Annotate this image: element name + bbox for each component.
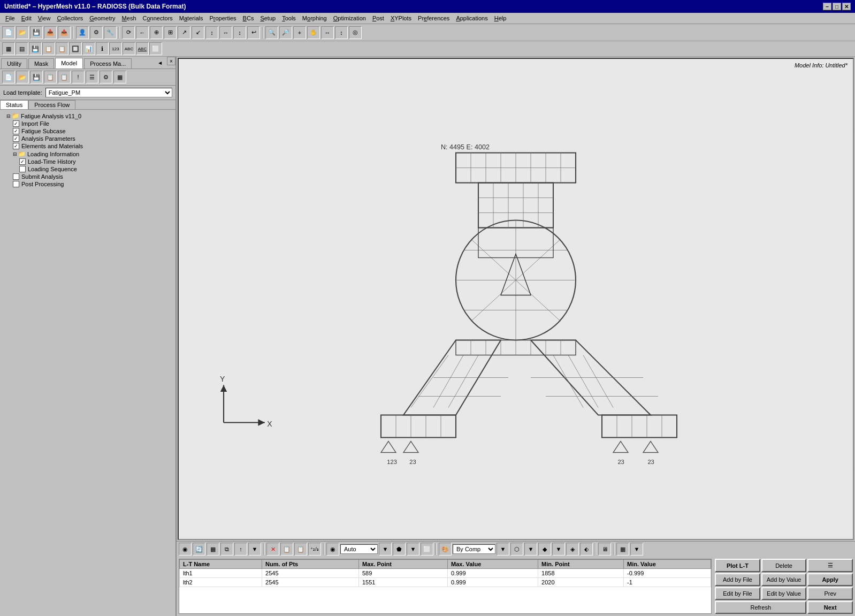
- vt-shape5[interactable]: ◈: [566, 543, 579, 556]
- tb-save[interactable]: 💾: [30, 26, 43, 39]
- cb-elements-materials[interactable]: [13, 143, 19, 149]
- menu-file[interactable]: File: [2, 14, 18, 22]
- tb-export[interactable]: 📤: [58, 26, 71, 39]
- vt-paste[interactable]: 📋: [294, 543, 307, 556]
- tb-r5[interactable]: ↕: [233, 26, 246, 39]
- tb2-5[interactable]: 📋: [56, 42, 68, 55]
- tree-loading-info[interactable]: ⊟ 📁 Loading Information: [2, 150, 173, 158]
- vt-rotate[interactable]: 🔄: [193, 543, 205, 556]
- tb-r6[interactable]: ↩: [247, 26, 260, 39]
- vt-drop3[interactable]: ▼: [497, 543, 509, 556]
- menu-post[interactable]: Post: [369, 14, 387, 22]
- tree-analysis-params[interactable]: Analysis Parameters: [2, 135, 173, 142]
- menu-bcs[interactable]: BCs: [240, 14, 257, 22]
- tb-axes[interactable]: ⊕: [150, 26, 163, 39]
- vt-diamond[interactable]: ◆: [538, 543, 551, 556]
- tb-zoom1[interactable]: 🔍: [265, 26, 278, 39]
- lt-warn[interactable]: !: [72, 71, 85, 83]
- vt-shape4[interactable]: ▼: [552, 543, 565, 556]
- tb-zoom3[interactable]: +: [293, 26, 306, 39]
- menu-properties[interactable]: Properties: [206, 14, 239, 22]
- vt-dropdown[interactable]: ▼: [248, 543, 261, 556]
- cb-submit-analysis[interactable]: [13, 173, 19, 180]
- menu-collectors[interactable]: Collectors: [54, 14, 86, 22]
- lt-gear[interactable]: ⚙: [100, 71, 112, 83]
- tree-import-file[interactable]: Import File: [2, 120, 173, 127]
- tree-root[interactable]: ⊟ 📁 Fatigue Analysis v11_0: [2, 112, 173, 120]
- tb-import[interactable]: 📥: [44, 26, 57, 39]
- tb-zoom2[interactable]: 🔎: [279, 26, 292, 39]
- tb2-12[interactable]: ⬜: [149, 42, 162, 55]
- tab-process[interactable]: Process Ma...: [84, 58, 132, 69]
- vt-cube[interactable]: ⬡: [510, 543, 523, 556]
- prev-button[interactable]: Prev: [807, 587, 853, 600]
- menu-xyplots[interactable]: XYPlots: [387, 14, 415, 22]
- vt-frac[interactable]: ⁺₂/₃: [308, 543, 321, 556]
- table-icon-btn[interactable]: ☰: [807, 559, 853, 572]
- tb-open[interactable]: 📂: [16, 26, 29, 39]
- tb-settings[interactable]: ⚙: [90, 26, 103, 39]
- tb-new[interactable]: 📄: [2, 26, 15, 39]
- tree-fatigue-subcase[interactable]: Fatigue Subcase: [2, 127, 173, 135]
- tb-arrow[interactable]: ↔: [321, 26, 334, 39]
- table-row[interactable]: lth1 2545 589 0.999 1858 -0.999: [180, 569, 711, 578]
- tb-axes2[interactable]: ⊞: [164, 26, 177, 39]
- edit-by-file-button[interactable]: Edit by File: [715, 587, 760, 600]
- tb2-6[interactable]: 🔲: [69, 42, 82, 55]
- tb-r2[interactable]: ↙: [192, 26, 204, 39]
- bycomp-select[interactable]: By Comp: [453, 544, 495, 554]
- cb-load-time-history[interactable]: [19, 158, 26, 165]
- menu-tools[interactable]: Tools: [279, 14, 299, 22]
- cb-loading-sequence[interactable]: [19, 166, 26, 172]
- menu-optimization[interactable]: Optimization: [330, 14, 369, 22]
- menu-applications[interactable]: Applications: [453, 14, 491, 22]
- edit-by-value-button[interactable]: Edit by Value: [761, 587, 807, 600]
- tb-r3[interactable]: ↕: [205, 26, 218, 39]
- close-btn[interactable]: ✕: [842, 3, 851, 10]
- lt-open[interactable]: 📂: [16, 71, 29, 83]
- vt-layers[interactable]: ⧉: [220, 543, 233, 556]
- vt-shape2[interactable]: ⬜: [421, 543, 433, 556]
- vt-drop1[interactable]: ▼: [379, 543, 392, 556]
- menu-help[interactable]: Help: [491, 14, 510, 22]
- vt-panel[interactable]: ▦: [207, 543, 219, 556]
- auto-select[interactable]: Auto: [340, 544, 378, 554]
- vt-drop4[interactable]: ▼: [630, 543, 643, 556]
- tb-person[interactable]: 👤: [76, 26, 89, 39]
- tab-nav-prev[interactable]: ◄: [155, 59, 165, 67]
- tb2-1[interactable]: ▦: [2, 42, 15, 55]
- tree-load-time-history[interactable]: Load-Time History: [2, 158, 173, 165]
- tree-submit-analysis[interactable]: Submit Analysis: [2, 173, 173, 180]
- template-select[interactable]: Fatigue_PM: [45, 88, 172, 97]
- tb2-7[interactable]: 📊: [82, 42, 95, 55]
- vt-grid[interactable]: ▦: [616, 543, 629, 556]
- tb2-8[interactable]: ℹ: [96, 42, 109, 55]
- lt-copy[interactable]: 📋: [44, 71, 57, 83]
- menu-mesh[interactable]: Mesh: [119, 14, 140, 22]
- tb-updown[interactable]: ↕: [335, 26, 348, 39]
- vt-shape3[interactable]: ▼: [524, 543, 537, 556]
- tb2-2[interactable]: ▤: [16, 42, 28, 55]
- apply-button[interactable]: Apply: [807, 573, 853, 586]
- tree-collapse-loading[interactable]: ⊟: [13, 151, 17, 157]
- vt-arrow[interactable]: ↑: [234, 543, 247, 556]
- vt-drop2[interactable]: ▼: [407, 543, 419, 556]
- tb-back[interactable]: ←: [136, 26, 149, 39]
- vt-bycomp-icon[interactable]: 🎨: [439, 543, 452, 556]
- minimize-btn[interactable]: –: [823, 3, 831, 10]
- vt-auto-icon[interactable]: ◉: [326, 543, 339, 556]
- cb-analysis-params[interactable]: [13, 135, 19, 142]
- 3d-viewport[interactable]: Model Info: Untitled* N: 4495 E: 4002: [178, 58, 854, 540]
- vt-select[interactable]: ◉: [179, 543, 192, 556]
- status-tab-processflow[interactable]: Process Flow: [28, 100, 75, 109]
- vt-copy[interactable]: 📋: [280, 543, 293, 556]
- lt-new[interactable]: 📄: [2, 71, 15, 83]
- menu-edit[interactable]: Edit: [18, 14, 35, 22]
- lt-save[interactable]: 💾: [30, 71, 43, 83]
- tree-elements-materials[interactable]: Elements and Materials: [2, 142, 173, 150]
- tab-mask[interactable]: Mask: [28, 58, 54, 69]
- plot-lt-button[interactable]: Plot L-T: [715, 559, 760, 572]
- restore-btn[interactable]: □: [833, 3, 841, 10]
- delete-button[interactable]: Delete: [761, 559, 807, 572]
- cb-fatigue-subcase[interactable]: [13, 128, 19, 134]
